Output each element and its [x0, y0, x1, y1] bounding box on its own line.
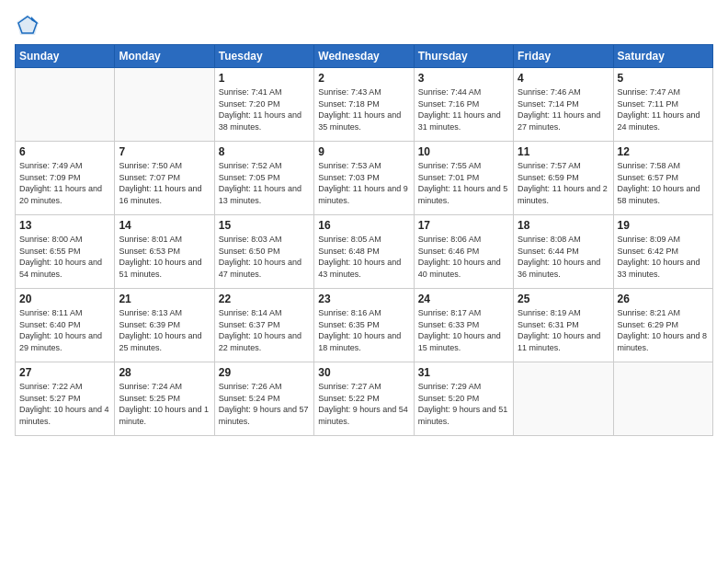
day-number: 30	[318, 366, 409, 379]
weekday-header-sunday: Sunday	[16, 45, 115, 68]
calendar-table: SundayMondayTuesdayWednesdayThursdayFrid…	[15, 44, 713, 436]
day-info: Sunrise: 8:09 AMSunset: 6:42 PMDaylight:…	[618, 234, 709, 280]
day-number: 9	[318, 145, 409, 158]
calendar-cell: 6Sunrise: 7:49 AMSunset: 7:09 PMDaylight…	[16, 142, 115, 215]
day-number: 27	[19, 366, 110, 379]
calendar-cell: 14Sunrise: 8:01 AMSunset: 6:53 PMDayligh…	[115, 215, 214, 289]
calendar-cell: 21Sunrise: 8:13 AMSunset: 6:39 PMDayligh…	[115, 289, 214, 362]
day-number: 25	[518, 293, 609, 305]
day-number: 2	[318, 72, 409, 85]
page: SundayMondayTuesdayWednesdayThursdayFrid…	[0, 0, 728, 563]
calendar-cell: 28Sunrise: 7:24 AMSunset: 5:25 PMDayligh…	[115, 362, 214, 436]
day-number: 28	[119, 366, 210, 379]
day-info: Sunrise: 8:13 AMSunset: 6:39 PMDaylight:…	[119, 307, 210, 353]
day-number: 20	[19, 293, 110, 305]
day-number: 21	[119, 293, 210, 305]
day-info: Sunrise: 7:44 AMSunset: 7:16 PMDaylight:…	[418, 86, 509, 132]
calendar-cell: 12Sunrise: 7:58 AMSunset: 6:57 PMDayligh…	[613, 142, 712, 215]
calendar-cell: 30Sunrise: 7:27 AMSunset: 5:22 PMDayligh…	[314, 362, 414, 436]
day-number: 7	[119, 145, 210, 158]
logo-icon	[15, 13, 40, 39]
day-number: 8	[219, 145, 310, 158]
calendar-cell: 16Sunrise: 8:05 AMSunset: 6:48 PMDayligh…	[314, 215, 414, 289]
calendar-cell: 26Sunrise: 8:21 AMSunset: 6:29 PMDayligh…	[613, 289, 712, 362]
day-number: 22	[219, 293, 310, 305]
week-row-1: 1Sunrise: 7:41 AMSunset: 7:20 PMDaylight…	[16, 68, 713, 142]
calendar-cell	[514, 362, 613, 436]
calendar-cell: 1Sunrise: 7:41 AMSunset: 7:20 PMDaylight…	[214, 68, 313, 142]
day-info: Sunrise: 7:55 AMSunset: 7:01 PMDaylight:…	[418, 160, 509, 206]
day-number: 29	[219, 366, 310, 379]
weekday-header-tuesday: Tuesday	[214, 45, 313, 68]
calendar-cell	[613, 362, 712, 436]
day-info: Sunrise: 7:57 AMSunset: 6:59 PMDaylight:…	[518, 160, 609, 206]
calendar-cell: 20Sunrise: 8:11 AMSunset: 6:40 PMDayligh…	[16, 289, 115, 362]
calendar-cell: 31Sunrise: 7:29 AMSunset: 5:20 PMDayligh…	[414, 362, 513, 436]
weekday-header-thursday: Thursday	[414, 45, 513, 68]
day-number: 12	[618, 145, 709, 158]
calendar-cell: 23Sunrise: 8:16 AMSunset: 6:35 PMDayligh…	[314, 289, 414, 362]
day-number: 4	[518, 72, 609, 85]
day-info: Sunrise: 7:26 AMSunset: 5:24 PMDaylight:…	[219, 381, 310, 427]
calendar-cell: 29Sunrise: 7:26 AMSunset: 5:24 PMDayligh…	[214, 362, 313, 436]
week-row-5: 27Sunrise: 7:22 AMSunset: 5:27 PMDayligh…	[16, 362, 713, 436]
calendar-cell: 2Sunrise: 7:43 AMSunset: 7:18 PMDaylight…	[314, 68, 414, 142]
day-info: Sunrise: 7:43 AMSunset: 7:18 PMDaylight:…	[318, 86, 409, 132]
day-info: Sunrise: 8:06 AMSunset: 6:46 PMDaylight:…	[418, 234, 509, 280]
calendar-cell: 15Sunrise: 8:03 AMSunset: 6:50 PMDayligh…	[214, 215, 313, 289]
calendar-cell	[115, 68, 214, 142]
day-info: Sunrise: 7:41 AMSunset: 7:20 PMDaylight:…	[219, 86, 310, 132]
calendar-cell: 13Sunrise: 8:00 AMSunset: 6:55 PMDayligh…	[16, 215, 115, 289]
day-info: Sunrise: 8:19 AMSunset: 6:31 PMDaylight:…	[518, 307, 609, 353]
weekday-header-monday: Monday	[115, 45, 214, 68]
day-info: Sunrise: 8:14 AMSunset: 6:37 PMDaylight:…	[219, 307, 310, 353]
day-number: 10	[418, 145, 509, 158]
calendar-cell: 24Sunrise: 8:17 AMSunset: 6:33 PMDayligh…	[414, 289, 513, 362]
calendar-cell: 27Sunrise: 7:22 AMSunset: 5:27 PMDayligh…	[16, 362, 115, 436]
day-info: Sunrise: 7:27 AMSunset: 5:22 PMDaylight:…	[318, 381, 409, 427]
calendar-cell: 5Sunrise: 7:47 AMSunset: 7:11 PMDaylight…	[613, 68, 712, 142]
day-info: Sunrise: 8:08 AMSunset: 6:44 PMDaylight:…	[518, 234, 609, 280]
day-number: 3	[418, 72, 509, 85]
day-info: Sunrise: 7:24 AMSunset: 5:25 PMDaylight:…	[119, 381, 210, 427]
day-number: 11	[518, 145, 609, 158]
calendar-cell: 18Sunrise: 8:08 AMSunset: 6:44 PMDayligh…	[514, 215, 613, 289]
week-row-4: 20Sunrise: 8:11 AMSunset: 6:40 PMDayligh…	[16, 289, 713, 362]
header	[15, 9, 713, 39]
day-info: Sunrise: 7:50 AMSunset: 7:07 PMDaylight:…	[119, 160, 210, 206]
week-row-2: 6Sunrise: 7:49 AMSunset: 7:09 PMDaylight…	[16, 142, 713, 215]
weekday-header-friday: Friday	[514, 45, 613, 68]
calendar-cell: 3Sunrise: 7:44 AMSunset: 7:16 PMDaylight…	[414, 68, 513, 142]
day-info: Sunrise: 8:05 AMSunset: 6:48 PMDaylight:…	[318, 234, 409, 280]
day-number: 26	[618, 293, 709, 305]
day-info: Sunrise: 8:21 AMSunset: 6:29 PMDaylight:…	[618, 307, 709, 353]
day-info: Sunrise: 8:01 AMSunset: 6:53 PMDaylight:…	[119, 234, 210, 280]
weekday-header-row: SundayMondayTuesdayWednesdayThursdayFrid…	[16, 45, 713, 68]
day-number: 31	[418, 366, 509, 379]
day-info: Sunrise: 8:00 AMSunset: 6:55 PMDaylight:…	[19, 234, 110, 280]
day-info: Sunrise: 7:29 AMSunset: 5:20 PMDaylight:…	[418, 381, 509, 427]
day-info: Sunrise: 7:47 AMSunset: 7:11 PMDaylight:…	[618, 86, 709, 132]
calendar-cell: 22Sunrise: 8:14 AMSunset: 6:37 PMDayligh…	[214, 289, 313, 362]
day-number: 13	[19, 219, 110, 232]
calendar-cell: 9Sunrise: 7:53 AMSunset: 7:03 PMDaylight…	[314, 142, 414, 215]
day-info: Sunrise: 7:53 AMSunset: 7:03 PMDaylight:…	[318, 160, 409, 206]
day-info: Sunrise: 7:49 AMSunset: 7:09 PMDaylight:…	[19, 160, 110, 206]
day-number: 24	[418, 293, 509, 305]
calendar-cell: 4Sunrise: 7:46 AMSunset: 7:14 PMDaylight…	[514, 68, 613, 142]
day-info: Sunrise: 7:46 AMSunset: 7:14 PMDaylight:…	[518, 86, 609, 132]
svg-marker-0	[17, 15, 39, 35]
calendar-cell: 8Sunrise: 7:52 AMSunset: 7:05 PMDaylight…	[214, 142, 313, 215]
day-number: 19	[618, 219, 709, 232]
day-info: Sunrise: 7:58 AMSunset: 6:57 PMDaylight:…	[618, 160, 709, 206]
day-number: 1	[219, 72, 310, 85]
day-number: 16	[318, 219, 409, 232]
calendar-cell: 17Sunrise: 8:06 AMSunset: 6:46 PMDayligh…	[414, 215, 513, 289]
week-row-3: 13Sunrise: 8:00 AMSunset: 6:55 PMDayligh…	[16, 215, 713, 289]
day-number: 17	[418, 219, 509, 232]
weekday-header-saturday: Saturday	[613, 45, 712, 68]
calendar-cell: 11Sunrise: 7:57 AMSunset: 6:59 PMDayligh…	[514, 142, 613, 215]
day-info: Sunrise: 7:22 AMSunset: 5:27 PMDaylight:…	[19, 381, 110, 427]
day-info: Sunrise: 8:11 AMSunset: 6:40 PMDaylight:…	[19, 307, 110, 353]
day-info: Sunrise: 8:03 AMSunset: 6:50 PMDaylight:…	[219, 234, 310, 280]
